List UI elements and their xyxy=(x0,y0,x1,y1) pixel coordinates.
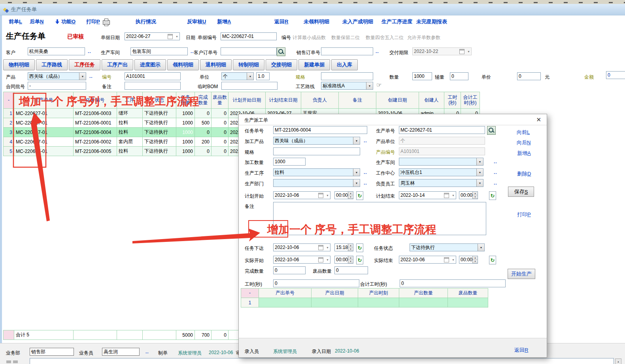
chevron-down-icon[interactable]: ▼ xyxy=(326,256,329,263)
table-cell[interactable]: 0 xyxy=(211,137,228,147)
sales-order-input[interactable] xyxy=(321,47,373,55)
table-cell[interactable]: 1000 xyxy=(176,128,195,137)
table-cell[interactable]: 1000 xyxy=(176,118,195,128)
tab-2[interactable]: 工序路线 xyxy=(36,59,68,70)
hours-input[interactable]: 0 xyxy=(273,279,359,287)
done-qty-input[interactable]: 0 xyxy=(273,266,306,274)
dlg-product-more-button[interactable]: .. xyxy=(364,138,367,143)
tab-9[interactable]: 交接明细 xyxy=(266,59,297,70)
product-code-input[interactable]: A101001 xyxy=(125,72,181,80)
table-cell[interactable]: 5 xyxy=(4,147,14,156)
table-cell[interactable]: 200 xyxy=(195,137,211,147)
output-header-cell[interactable]: - xyxy=(241,289,259,298)
time-spinner[interactable]: ▲▼ xyxy=(348,256,353,263)
output-header-cell[interactable]: 产出数量 xyxy=(399,289,448,298)
output-header-cell[interactable]: 产出单号 xyxy=(259,289,312,298)
dlg-print-link[interactable]: 打印P xyxy=(517,211,531,218)
dlg-save-button[interactable]: 保存S xyxy=(508,187,534,197)
plan-end-time[interactable]: 00:00▲▼ xyxy=(459,191,478,199)
table-cell[interactable]: 1000 xyxy=(176,109,195,118)
dlg-worker-more-button[interactable]: .. xyxy=(494,180,497,186)
dlg-process-select[interactable]: 拉料 xyxy=(273,168,360,176)
total-hours-input[interactable]: 0 xyxy=(400,279,506,287)
tab-1[interactable]: 物料明细 xyxy=(3,59,35,70)
doc-no-input[interactable]: MC-220627-01 xyxy=(221,32,277,40)
note-input[interactable] xyxy=(125,82,181,90)
table-cell[interactable]: 套内层 xyxy=(117,137,143,147)
close-icon[interactable]: ✕ xyxy=(536,116,541,123)
qty-input[interactable]: 1000 xyxy=(412,72,432,80)
product-select[interactable]: 西关味（成品） xyxy=(28,72,86,80)
function-menu-button[interactable]: 功能O xyxy=(61,18,76,25)
tab-11[interactable]: 出入库 xyxy=(331,59,358,70)
dlg-backward-link[interactable]: 向后N xyxy=(517,139,531,146)
table-cell[interactable]: 2 xyxy=(4,118,14,128)
table-cell[interactable]: 0 xyxy=(195,128,211,137)
dlg-forward-link[interactable]: 向前L xyxy=(517,129,530,136)
output-cell[interactable] xyxy=(358,298,399,307)
table-header-cell[interactable]: 任务 数量 xyxy=(176,92,195,109)
salesperson-more-button[interactable]: .. xyxy=(145,349,149,355)
table-cell[interactable]: 1000 xyxy=(176,137,195,147)
table-cell[interactable]: MT-221006-0005 xyxy=(74,147,117,156)
next-doc-button[interactable]: 后单N xyxy=(30,18,43,25)
time-spinner[interactable]: ▲▼ xyxy=(348,192,353,199)
table-cell[interactable]: 0 xyxy=(211,109,228,118)
table-cell[interactable]: 拉料 xyxy=(117,118,143,128)
act-start-time[interactable]: 00:00▲▼ xyxy=(334,256,353,264)
table-cell[interactable]: 0 xyxy=(195,147,211,156)
dept-input[interactable]: 销售部 xyxy=(30,348,74,356)
unfinished-product-link[interactable]: 未入产成明细 xyxy=(342,18,373,25)
table-header-cell[interactable]: 计划开始日期 xyxy=(228,92,266,109)
table-cell[interactable]: 0 xyxy=(195,109,211,118)
prod-no-input[interactable]: MC-220627-01 xyxy=(399,126,485,134)
tab-3[interactable]: 工序任务 xyxy=(69,59,100,70)
customer-input[interactable]: 杭州美桑 xyxy=(28,47,85,55)
output-header-cell[interactable]: 产出时刻 xyxy=(358,289,399,298)
price-input[interactable]: 0 xyxy=(517,72,541,80)
refresh-icon[interactable]: ↻ xyxy=(356,191,363,200)
temp-bom-input[interactable] xyxy=(221,82,278,90)
table-cell[interactable]: 下达待执行 xyxy=(143,128,176,137)
tab-4[interactable]: 工序产出 xyxy=(102,59,133,70)
table-cell[interactable]: 下达待执行 xyxy=(143,137,176,147)
dlg-workshop-more-button[interactable]: .. xyxy=(494,159,497,164)
table-cell[interactable]: 下达待执行 xyxy=(143,109,176,118)
table-cell[interactable]: MT-221006-0003 xyxy=(74,109,117,118)
route-select[interactable]: 标准路线A xyxy=(321,82,373,90)
tab-7[interactable]: 退料明细 xyxy=(200,59,232,70)
table-cell[interactable]: 拉料 xyxy=(117,128,143,137)
table-header-cell[interactable]: 备注 xyxy=(339,92,376,109)
table-cell[interactable]: MT-221006-0002 xyxy=(74,137,117,147)
aux-qty-input[interactable]: 0 xyxy=(450,72,468,80)
table-header-cell[interactable]: 废品数 量 xyxy=(211,92,228,109)
table-cell[interactable]: 0 xyxy=(211,147,228,156)
table-cell[interactable]: MC-220627-01 xyxy=(14,109,74,118)
plan-start-time[interactable]: 00:00▲▼ xyxy=(334,191,353,199)
table-header-cell[interactable]: 任务编号 xyxy=(74,92,117,109)
output-header-cell[interactable]: 废品数量 xyxy=(448,289,488,298)
table-cell[interactable]: 0 xyxy=(211,118,228,128)
dlg-dept-more-button[interactable]: .. xyxy=(364,180,367,186)
table-cell[interactable]: 1 xyxy=(4,109,14,118)
output-cell[interactable] xyxy=(259,298,312,307)
time-spinner[interactable]: ▲▼ xyxy=(472,256,478,263)
process-progress-link[interactable]: 生产工序进度 xyxy=(381,18,412,25)
product-more-button[interactable]: .. xyxy=(89,74,93,79)
dlg-worker-select[interactable]: 周玉林 xyxy=(399,179,483,187)
table-cell[interactable]: 3 xyxy=(4,128,14,137)
chevron-down-icon[interactable]: ▼ xyxy=(326,192,329,199)
plan-start-date[interactable]: 2022-10-06▼ xyxy=(273,191,330,199)
chevron-down-icon[interactable]: ▼ xyxy=(452,256,455,263)
unaudit-button[interactable]: 反审核U xyxy=(187,18,206,25)
tab-10[interactable]: 新建单据 xyxy=(298,59,330,70)
table-cell[interactable]: MC-220627-01 xyxy=(14,137,74,147)
table-header-cell[interactable]: 合计工 时(秒) xyxy=(461,92,480,109)
unpicked-material-link[interactable]: 未领料明细 xyxy=(304,18,329,25)
act-start-date[interactable]: 2022-10-06▼ xyxy=(273,256,330,264)
output-cell[interactable]: 1 xyxy=(241,298,259,307)
assign-date[interactable]: 2022-10-06▼ xyxy=(273,243,330,251)
dlg-spec-input[interactable] xyxy=(273,147,360,155)
table-header-cell[interactable]: 生产单号 xyxy=(14,92,74,109)
table-header-cell[interactable]: 负责人 xyxy=(301,92,339,109)
